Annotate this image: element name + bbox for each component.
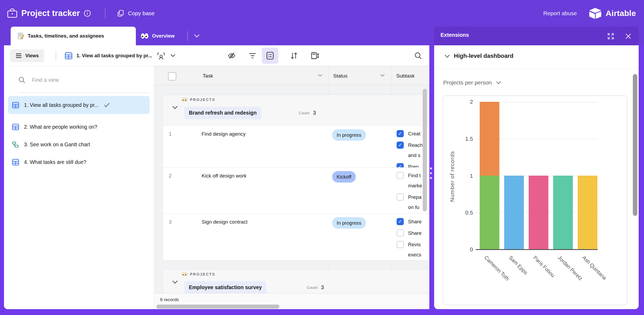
- main-panel: Views 1. View all tasks grouped by pr...: [4, 45, 429, 309]
- hide-fields-button[interactable]: [225, 49, 239, 63]
- grid-vertical-scrollbar[interactable]: [423, 89, 427, 211]
- bar-segment: [480, 176, 499, 249]
- collapse-group-chevron-icon[interactable]: [172, 280, 178, 284]
- collaborators-icon: [157, 52, 166, 60]
- bar-segment: [553, 176, 573, 249]
- top-bar: Project tracker Copy base Report abuse: [0, 0, 644, 27]
- find-view-input[interactable]: [31, 77, 128, 83]
- search-icon: [18, 76, 26, 84]
- pane-resize-handle[interactable]: [430, 177, 432, 179]
- group-field: PROJECTS: [182, 98, 215, 102]
- status-cell[interactable]: Kickoff: [332, 171, 356, 183]
- task-column-chevron-icon[interactable]: [318, 74, 323, 77]
- airtable-wordmark: Airtable: [606, 9, 636, 18]
- group-button[interactable]: [262, 48, 278, 64]
- record-row-2[interactable]: 2 Kick off design work Kickoff Find t ma…: [163, 167, 429, 213]
- info-icon[interactable]: [84, 10, 91, 17]
- subtask-checkbox[interactable]: ✓: [397, 142, 404, 149]
- subtask-checkbox[interactable]: [397, 241, 404, 248]
- group-count: Count 3: [299, 107, 316, 119]
- subtask-checkbox[interactable]: [397, 172, 404, 179]
- collapse-group-chevron-icon[interactable]: [172, 106, 178, 110]
- menu-icon: [15, 53, 22, 58]
- y-axis-title: Number of records: [449, 136, 455, 216]
- view-chevron-down-icon: [170, 54, 176, 58]
- y-tick: 2: [457, 99, 473, 105]
- record-row-3[interactable]: 3 Sign design contract In progress ✓ Sha…: [163, 213, 429, 260]
- column-header-status[interactable]: Status: [333, 66, 348, 86]
- search-button[interactable]: [411, 49, 425, 63]
- bar-sam-epps: [504, 102, 524, 249]
- task-cell[interactable]: Kick off design work: [202, 173, 247, 179]
- sidebar-view-item-1[interactable]: 1. View all tasks grouped by pr...: [8, 96, 150, 114]
- sidebar-view-item-4[interactable]: 4. What tasks are still due?: [8, 154, 150, 171]
- topbar-divider: [105, 8, 105, 19]
- horizontal-scrollbar[interactable]: [156, 305, 279, 309]
- grid-view-icon: [12, 102, 19, 109]
- group-icon: [266, 51, 274, 60]
- view-item-label: 4. What tasks are still due?: [24, 159, 86, 165]
- chart-title-dropdown[interactable]: Projects per person: [443, 79, 501, 86]
- record-row-1[interactable]: 1 Find design agency In progress ✓ Creat…: [163, 126, 429, 167]
- collapse-chevron-icon[interactable]: [444, 54, 450, 58]
- x-axis-baseline: [476, 249, 598, 250]
- check-icon: [104, 103, 110, 107]
- subtask-cell[interactable]: ✓ Share Share Revis execs: [397, 217, 429, 260]
- report-abuse-link[interactable]: Report abuse: [543, 10, 577, 17]
- y-tick: 1: [457, 173, 473, 179]
- tab-strip: Tasks, timelines, and assignees Overview: [0, 27, 429, 45]
- y-tick: 0: [457, 246, 473, 253]
- expand-icon[interactable]: [607, 33, 614, 40]
- select-all-checkbox[interactable]: [168, 72, 176, 80]
- find-view-row: [18, 74, 143, 86]
- status-cell[interactable]: In progress: [332, 217, 366, 229]
- subtask-item: ✓ Share: [397, 217, 429, 227]
- grid-view-icon: [12, 159, 19, 166]
- eyes-icon: [182, 98, 188, 102]
- pane-resize-handle[interactable]: [430, 167, 432, 169]
- sidebar-view-item-2[interactable]: 2. What are people working on?: [8, 118, 150, 135]
- extensions-header: Extensions: [434, 27, 639, 45]
- sidebar-view-item-3[interactable]: 3. See work on a Gantt chart: [8, 136, 150, 153]
- group-field: PROJECTS: [182, 272, 215, 276]
- grid-view-icon: [12, 123, 19, 131]
- subtask-checkbox[interactable]: [397, 229, 404, 237]
- group-header: PROJECTS Brand refresh and redesign Coun…: [163, 95, 429, 126]
- grid-header-row: Task Status Subtask: [154, 66, 429, 85]
- subtask-checkbox[interactable]: [397, 193, 404, 201]
- subtask-checkbox[interactable]: ✓: [397, 130, 404, 137]
- bar-ash-quintana: [578, 102, 597, 249]
- tabs-chevron-down-icon[interactable]: [193, 34, 200, 38]
- group-name-pill[interactable]: Brand refresh and redesign: [184, 107, 261, 119]
- grid-view-icon: [65, 52, 72, 60]
- tab-tasks-timelines-assignees[interactable]: Tasks, timelines, and assignees: [11, 27, 136, 45]
- tab-overview[interactable]: Overview: [138, 27, 175, 45]
- current-view-switcher[interactable]: 1. View all tasks grouped by pr...: [65, 49, 176, 62]
- bar-cameron-toth: [480, 102, 499, 249]
- pane-resize-handle[interactable]: [430, 172, 432, 174]
- bar-jordan-peretz: [553, 102, 573, 249]
- dashboard-section[interactable]: High-level dashboard: [434, 45, 639, 69]
- search-icon: [414, 52, 422, 60]
- sort-button[interactable]: [287, 49, 301, 63]
- bar-segment: [480, 102, 499, 176]
- views-button[interactable]: Views: [10, 49, 44, 62]
- task-cell[interactable]: Sign design contract: [202, 219, 247, 225]
- extensions-scrollbar[interactable]: [633, 74, 637, 216]
- tab-label: Tasks, timelines, and assignees: [28, 33, 104, 39]
- bar-segment: [504, 176, 524, 249]
- filter-icon: [249, 53, 256, 59]
- column-header-task[interactable]: Task: [203, 66, 213, 86]
- row-height-button[interactable]: [308, 49, 322, 63]
- status-column-chevron-icon[interactable]: [380, 74, 385, 77]
- filter-button[interactable]: [245, 49, 260, 63]
- task-cell[interactable]: Find design agency: [202, 131, 246, 137]
- base-title: Project tracker: [21, 9, 80, 18]
- copy-base-button[interactable]: Copy base: [116, 9, 156, 17]
- y-tick: 1.5: [457, 136, 473, 142]
- status-cell[interactable]: In progress: [332, 129, 366, 141]
- group-name-pill[interactable]: Employee satisfaction survey: [184, 281, 266, 293]
- close-icon[interactable]: [625, 33, 632, 40]
- subtask-checkbox[interactable]: ✓: [397, 218, 404, 225]
- column-header-subtask[interactable]: Subtask: [396, 66, 415, 86]
